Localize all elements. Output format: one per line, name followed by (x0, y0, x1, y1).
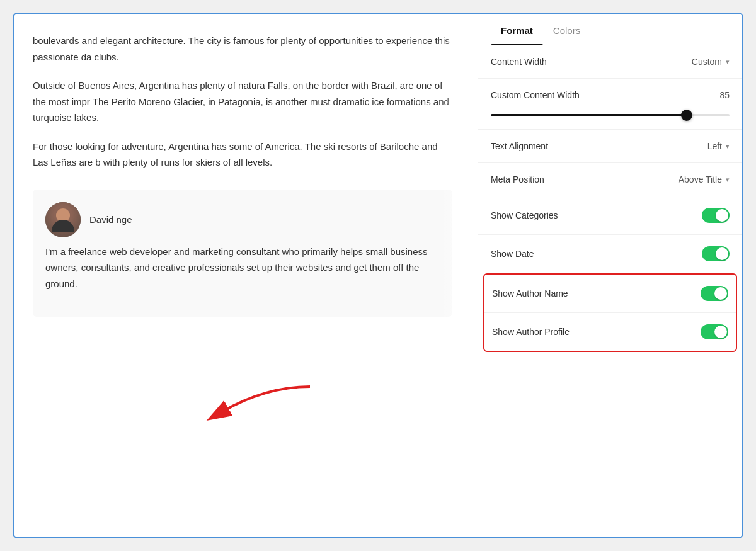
content-width-control[interactable]: Custom ▾ (692, 57, 730, 67)
author-bio: I'm a freelance web developer and market… (45, 244, 440, 292)
content-width-row: Content Width Custom ▾ (478, 45, 742, 79)
show-author-name-label: Show Author Name (492, 288, 568, 298)
meta-position-value: Above Title (679, 174, 722, 185)
avatar (45, 202, 81, 237)
content-panel: boulevards and elegant architecture. The… (14, 14, 478, 537)
avatar-image (45, 202, 81, 237)
main-container: boulevards and elegant architecture. The… (13, 13, 743, 538)
settings-content: Content Width Custom ▾ Custom Content Wi… (478, 45, 742, 352)
arrow-annotation (203, 374, 316, 440)
slider-track[interactable] (491, 114, 730, 116)
paragraph-1: boulevards and elegant architecture. The… (33, 33, 452, 65)
chevron-down-icon: ▾ (726, 142, 730, 151)
custom-width-value: 85 (719, 90, 730, 100)
text-alignment-label: Text Alignment (491, 141, 548, 151)
chevron-down-icon: ▾ (726, 176, 730, 184)
slider-thumb[interactable] (681, 110, 692, 121)
tab-format[interactable]: Format (491, 14, 543, 45)
show-date-label: Show Date (491, 249, 534, 259)
custom-width-row: Custom Content Width 85 (478, 79, 742, 103)
text-alignment-control[interactable]: Left ▾ (707, 141, 730, 151)
content-width-label: Content Width (491, 57, 547, 67)
meta-position-label: Meta Position (491, 174, 544, 185)
custom-width-section: Custom Content Width 85 (478, 79, 742, 130)
slider-fill (491, 114, 687, 116)
slider-section[interactable] (478, 103, 742, 130)
paragraph-3: For those looking for adventure, Argenti… (33, 139, 452, 171)
author-row: David nge (45, 202, 440, 237)
show-categories-row: Show Categories (478, 196, 742, 235)
author-highlight-box: Show Author Name Show Author Profile (483, 273, 737, 352)
custom-width-label: Custom Content Width (491, 90, 580, 100)
chevron-down-icon: ▾ (726, 58, 730, 66)
content-width-value: Custom (692, 57, 722, 67)
show-date-toggle[interactable] (702, 246, 730, 261)
meta-position-row: Meta Position Above Title ▾ (478, 163, 742, 196)
tab-colors[interactable]: Colors (543, 14, 590, 45)
show-date-row: Show Date (478, 235, 742, 273)
show-categories-label: Show Categories (491, 210, 558, 220)
text-alignment-row: Text Alignment Left ▾ (478, 130, 742, 163)
text-alignment-value: Left (707, 141, 722, 151)
paragraph-2: Outside of Buenos Aires, Argentina has p… (33, 77, 452, 126)
meta-position-control[interactable]: Above Title ▾ (679, 174, 730, 185)
author-section: David nge I'm a freelance web developer … (33, 190, 452, 317)
author-name: David nge (89, 214, 132, 225)
show-author-name-toggle[interactable] (701, 286, 728, 301)
show-author-name-row: Show Author Name (484, 275, 736, 313)
show-categories-toggle[interactable] (702, 208, 730, 223)
tabs-header: Format Colors (478, 14, 742, 45)
show-author-profile-toggle[interactable] (701, 324, 728, 339)
show-author-profile-row: Show Author Profile (484, 313, 736, 351)
settings-panel: Format Colors Content Width Custom ▾ Cus… (478, 14, 742, 537)
show-author-profile-label: Show Author Profile (492, 327, 570, 337)
annotation-arrow (203, 374, 316, 437)
